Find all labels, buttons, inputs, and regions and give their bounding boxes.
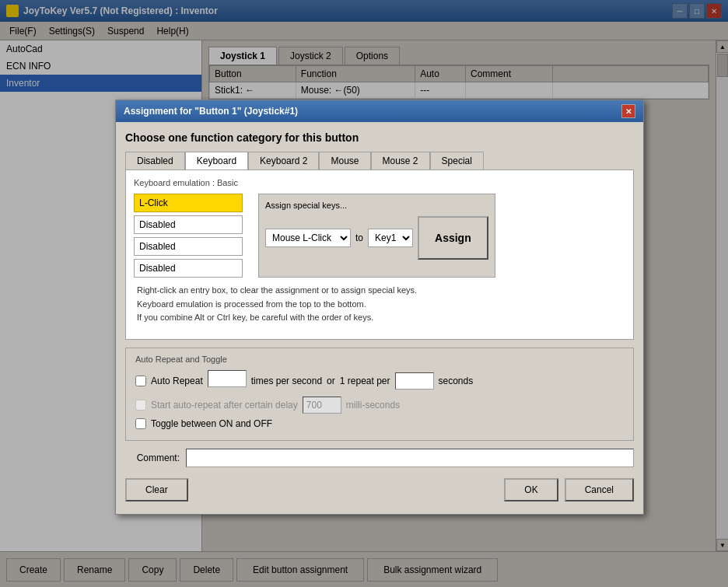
key-entry-3[interactable] xyxy=(134,237,243,256)
delay-checkbox[interactable] xyxy=(135,400,146,411)
comment-label: Comment: xyxy=(125,452,180,463)
times-input[interactable] xyxy=(208,370,247,387)
auto-repeat-label: Auto Repeat xyxy=(151,376,203,386)
comment-row: Comment: xyxy=(125,449,634,467)
info-line-3: If you combine Alt or Ctrl key, be caref… xyxy=(137,311,622,325)
clear-button[interactable]: Clear xyxy=(125,478,188,501)
dialog-buttons: Clear OK Cancel xyxy=(125,475,634,505)
keyboard-section: Keyboard emulation : Basic Assign specia… xyxy=(125,169,634,340)
assign-special-section: Assign special keys... Mouse L-Click Mou… xyxy=(258,194,495,278)
dialog-title-text: Assignment for "Button 1" (Joystick#1) xyxy=(124,106,298,117)
toggle-row: Toggle between ON and OFF xyxy=(135,418,624,429)
delay-label: Start auto-repeat after certain delay xyxy=(151,400,298,411)
info-line-2: Keyboard emulation is processed from the… xyxy=(137,298,622,312)
ok-button[interactable]: OK xyxy=(504,478,558,501)
keyboard-inner: Assign special keys... Mouse L-Click Mou… xyxy=(134,194,625,278)
tab-mouse2[interactable]: Mouse 2 xyxy=(371,152,430,169)
or-label: or xyxy=(327,376,335,386)
auto-repeat-section: Auto Repeat and Toggle Auto Repeat times… xyxy=(125,348,634,441)
keyboard-section-title: Keyboard emulation : Basic xyxy=(134,178,625,187)
auto-repeat-row: Auto Repeat times per second or 1 repeat… xyxy=(135,370,624,392)
key-entry-4[interactable] xyxy=(134,259,243,278)
cancel-button[interactable]: Cancel xyxy=(565,478,634,501)
repeat-label: 1 repeat per xyxy=(340,376,390,386)
function-tabs: Disabled Keyboard Keyboard 2 Mouse Mouse… xyxy=(125,152,634,169)
info-line-1: Right-click an entry box, to clear the a… xyxy=(137,284,622,298)
seconds-label: seconds xyxy=(439,376,474,386)
comment-input[interactable] xyxy=(186,449,634,467)
assign-row: Mouse L-Click Mouse R-Click Mouse M-Clic… xyxy=(265,229,413,247)
dialog-heading: Choose one function category for this bu… xyxy=(125,131,634,144)
tab-mouse[interactable]: Mouse xyxy=(319,152,370,169)
tab-keyboard2[interactable]: Keyboard 2 xyxy=(248,152,319,169)
key-entry-2[interactable] xyxy=(134,215,243,234)
dialog-body: Choose one function category for this bu… xyxy=(116,122,643,514)
toggle-checkbox[interactable] xyxy=(135,418,146,429)
auto-repeat-title: Auto Repeat and Toggle xyxy=(135,355,624,364)
assign-key-dropdown[interactable]: Mouse L-Click Mouse R-Click Mouse M-Clic… xyxy=(265,229,351,247)
dialog-close-button[interactable]: ✕ xyxy=(621,104,635,118)
times-per-second-label: times per second xyxy=(251,376,322,386)
info-text: Right-click an entry box, to clear the a… xyxy=(134,278,625,331)
auto-repeat-checkbox[interactable] xyxy=(135,376,146,386)
assign-target-dropdown[interactable]: Key1 Key2 Key3 Key4 xyxy=(368,229,413,247)
tab-keyboard[interactable]: Keyboard xyxy=(185,152,248,169)
assignment-dialog: Assignment for "Button 1" (Joystick#1) ✕… xyxy=(115,100,644,515)
toggle-label: Toggle between ON and OFF xyxy=(151,418,272,429)
tab-disabled[interactable]: Disabled xyxy=(125,152,185,169)
to-label: to xyxy=(355,232,363,243)
dialog-title-bar: Assignment for "Button 1" (Joystick#1) ✕ xyxy=(116,100,643,122)
key-entry-1[interactable] xyxy=(134,194,243,212)
delay-value-input xyxy=(303,397,341,414)
modal-overlay: Assignment for "Button 1" (Joystick#1) ✕… xyxy=(0,0,728,587)
seconds-input[interactable] xyxy=(395,372,434,390)
delay-row: Start auto-repeat after certain delay mi… xyxy=(135,397,624,414)
key-list xyxy=(134,194,243,278)
milli-seconds-label: milli-seconds xyxy=(346,400,400,411)
assign-special-title: Assign special keys... xyxy=(265,201,488,210)
tab-special[interactable]: Special xyxy=(430,152,484,169)
assign-button[interactable]: Assign xyxy=(418,216,488,260)
